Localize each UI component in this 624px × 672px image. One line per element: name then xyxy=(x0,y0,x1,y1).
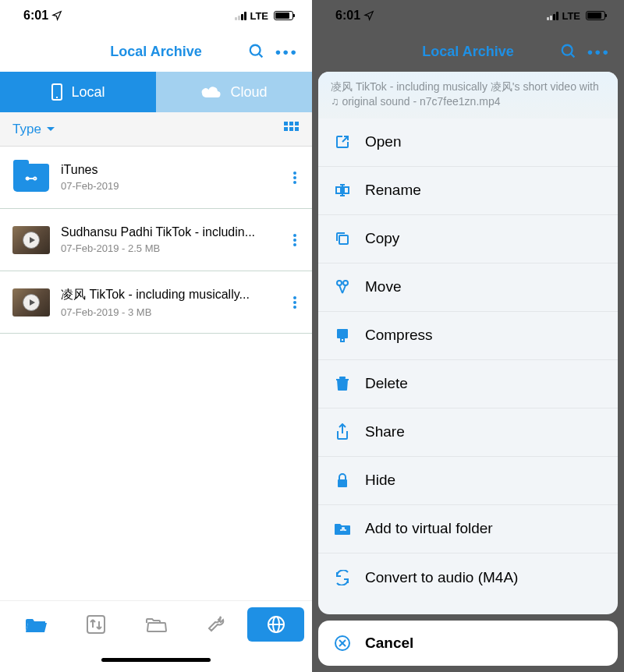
video-thumb xyxy=(12,224,50,256)
lock-icon xyxy=(334,472,351,489)
svg-rect-9 xyxy=(295,127,299,131)
sort-type-button[interactable]: Type xyxy=(12,122,55,137)
more-button[interactable]: ●●● xyxy=(587,46,610,58)
item-subtitle: 07-Feb-2019 xyxy=(61,180,279,192)
svg-rect-26 xyxy=(338,479,347,487)
svg-rect-24 xyxy=(339,377,346,379)
signal-icon xyxy=(547,12,558,20)
action-virtual-folder[interactable]: Add to virtual folder xyxy=(318,505,618,554)
item-more-button[interactable] xyxy=(290,162,300,193)
network-label: LTE xyxy=(562,10,580,22)
action-hide[interactable]: Hide xyxy=(318,457,618,505)
action-share[interactable]: Share xyxy=(318,409,618,457)
list-item[interactable]: 凌风 TikTok - including musically... 07-Fe… xyxy=(0,271,312,334)
svg-rect-4 xyxy=(284,122,288,126)
tab-local[interactable]: Local xyxy=(0,72,156,112)
svg-line-1 xyxy=(259,54,263,58)
delete-icon xyxy=(334,375,351,392)
search-button[interactable] xyxy=(248,43,265,60)
files-tab-button[interactable] xyxy=(8,607,65,642)
settings-tab-button[interactable] xyxy=(187,607,244,642)
item-subtitle: 07-Feb-2019 - 3 MB xyxy=(61,306,279,318)
phone-icon xyxy=(51,83,63,101)
svg-rect-6 xyxy=(295,122,299,126)
action-open[interactable]: Open xyxy=(318,118,618,167)
action-label: Open xyxy=(365,133,401,150)
svg-rect-8 xyxy=(289,127,293,131)
action-label: Convert to audio (M4A) xyxy=(365,569,518,586)
convert-icon xyxy=(334,569,351,586)
action-copy[interactable]: Copy xyxy=(318,215,618,263)
action-convert[interactable]: Convert to audio (M4A) xyxy=(318,554,618,602)
web-tab-button[interactable] xyxy=(247,607,304,642)
list-item[interactable]: ⊷ iTunes 07-Feb-2019 xyxy=(0,147,312,209)
svg-point-20 xyxy=(337,281,342,285)
sort-label: Type xyxy=(12,122,41,137)
item-more-button[interactable] xyxy=(290,225,300,256)
item-title: 凌风 TikTok - including musically... xyxy=(61,287,279,303)
action-rename[interactable]: Rename xyxy=(318,167,618,215)
item-subtitle: 07-Feb-2019 - 2.5 MB xyxy=(61,242,279,254)
network-label: LTE xyxy=(250,10,268,22)
item-more-button[interactable] xyxy=(290,287,300,318)
tab-cloud[interactable]: Cloud xyxy=(156,72,312,112)
page-title: Local Archive xyxy=(110,44,201,60)
home-indicator[interactable] xyxy=(0,647,312,672)
tab-local-label: Local xyxy=(71,84,105,101)
status-bar: 6:01 LTE xyxy=(0,0,312,31)
status-time: 6:01 xyxy=(335,9,360,23)
folders-icon xyxy=(145,615,167,634)
cloud-icon xyxy=(200,85,222,99)
svg-rect-5 xyxy=(289,122,293,126)
status-bar: 6:01 LTE xyxy=(312,0,624,31)
copy-icon xyxy=(334,230,351,247)
action-move[interactable]: Move xyxy=(318,263,618,312)
svg-rect-10 xyxy=(87,616,105,633)
virtual-folder-icon xyxy=(334,520,351,537)
status-time: 6:01 xyxy=(23,9,48,23)
item-title: Sudhansu Padhi TikTok - includin... xyxy=(61,225,279,239)
folder-icon: ⊷ xyxy=(12,161,50,194)
screen-left: 6:01 LTE Local Archive ●●● Local Cloud T… xyxy=(0,0,312,672)
action-sheet-panel: 凌风 TikTok - including musically 凌风's sho… xyxy=(318,72,618,614)
transfer-tab-button[interactable] xyxy=(68,607,125,642)
screen-right: 6:01 LTE Local Archive ●●● 凌风 TikTok - i… xyxy=(312,0,624,672)
list-item[interactable]: Sudhansu Padhi TikTok - includin... 07-F… xyxy=(0,209,312,271)
file-list: ⊷ iTunes 07-Feb-2019 Sudhansu Padhi TikT… xyxy=(0,147,312,600)
search-icon xyxy=(560,43,577,60)
action-label: Add to virtual folder xyxy=(365,520,493,537)
tab-cloud-label: Cloud xyxy=(230,84,267,101)
svg-point-14 xyxy=(562,45,573,55)
svg-rect-22 xyxy=(337,329,348,338)
more-button[interactable]: ●●● xyxy=(275,46,298,58)
folders-tab-button[interactable] xyxy=(128,607,185,642)
action-label: Copy xyxy=(365,230,399,247)
svg-point-0 xyxy=(250,45,261,55)
search-button[interactable] xyxy=(560,43,577,60)
page-title: Local Archive xyxy=(422,44,513,60)
share-icon xyxy=(334,423,351,440)
globe-icon xyxy=(266,614,286,635)
nav-bar: Local Archive ●●● xyxy=(0,31,312,72)
compress-icon xyxy=(334,327,351,344)
action-label: Hide xyxy=(365,472,395,489)
cancel-button[interactable]: Cancel xyxy=(318,621,618,666)
rename-icon xyxy=(334,182,351,199)
search-icon xyxy=(248,43,265,60)
nav-bar: Local Archive ●●● xyxy=(312,31,624,72)
bottom-toolbar xyxy=(0,600,312,647)
action-label: Delete xyxy=(365,375,408,392)
action-label: Compress xyxy=(365,327,433,344)
action-label: Move xyxy=(365,278,401,295)
transfer-icon xyxy=(86,614,106,635)
action-delete[interactable]: Delete xyxy=(318,360,618,409)
video-thumb xyxy=(12,286,50,319)
view-grid-button[interactable] xyxy=(284,122,300,137)
svg-line-15 xyxy=(571,54,575,58)
action-compress[interactable]: Compress xyxy=(318,312,618,360)
svg-rect-17 xyxy=(336,187,341,193)
svg-point-21 xyxy=(343,281,348,285)
action-label: Share xyxy=(365,423,405,440)
folder-open-icon xyxy=(24,614,48,635)
svg-rect-7 xyxy=(284,127,288,131)
